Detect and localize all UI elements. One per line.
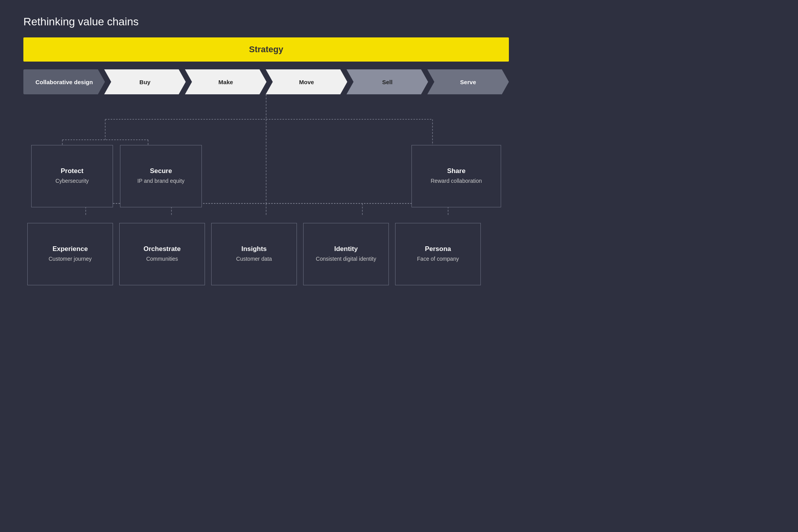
chain-item-serve: Serve [427, 69, 509, 94]
box-secure: Secure IP and brand equity [120, 145, 202, 207]
chain-item-buy: Buy [104, 69, 185, 94]
box-experience: Experience Customer journey [27, 223, 113, 285]
box-share: Share Reward collaboration [411, 145, 501, 207]
chain-item-collaborative: Collaborative design [23, 69, 105, 94]
box-insights: Insights Customer data [211, 223, 297, 285]
box-identity: Identity Consistent digital identity [303, 223, 389, 285]
box-orchestrate: Orchestrate Communities [119, 223, 205, 285]
diagram-area: Protect Cybersecurity Secure IP and bran… [23, 94, 509, 285]
page-title: Rethinking value chains [23, 16, 509, 28]
chain-item-move: Move [266, 69, 347, 94]
chain-item-make: Make [185, 69, 267, 94]
chain-item-sell: Sell [346, 69, 428, 94]
value-chain: Collaborative design Buy Make Move Sell … [23, 69, 509, 94]
box-protect: Protect Cybersecurity [31, 145, 113, 207]
box-persona: Persona Face of company [395, 223, 481, 285]
strategy-bar: Strategy [23, 37, 509, 62]
